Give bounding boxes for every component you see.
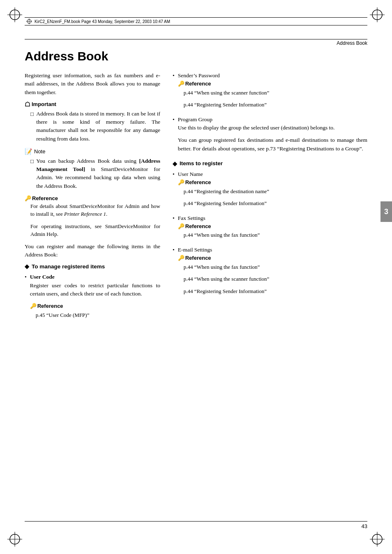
ref1-text1: For details about SmartDeviceMonitor for… [30,202,160,218]
ref6-title: 🔑 Reference [178,254,367,262]
list-item-user-code: • User Code Register user codes to restr… [25,273,160,323]
bullet-dot-pg: • [173,115,175,157]
note-bold-text: [Address Management Tool] [36,158,160,172]
ref3-title: 🔑 Reference [178,80,367,88]
right-top-list: • Sender’s Password 🔑 Reference p.44 “Wh… [173,72,367,157]
diamond-icon-2: ◆ [173,160,177,167]
ref6-text3: p.44 “Registering Sender Information” [184,287,367,295]
program-group-text2: You can group registered fax destination… [178,136,367,153]
footer: 43 [25,521,367,529]
user-code-title: User Code [30,274,55,280]
diamond-icon-1: ◆ [25,263,29,270]
ref2-content: p.45 “User Code (MFP)” [30,311,160,319]
ref2-box: 🔑 Reference p.45 “User Code (MFP)” [30,302,160,319]
program-group-text1: Use this to display the group the select… [178,124,367,132]
key-icon-2: 🔑 [30,302,37,310]
fax-settings-content: Fax Settings 🔑 Reference p.44 “When usin… [178,214,367,243]
section1-heading: ◆ To manage registered items [25,263,160,270]
key-icon-6: 🔑 [178,254,184,262]
ref5-text1: p.44 “When using the fax function” [184,231,367,239]
register-items-list: • User Name 🔑 Reference p.44 “Registerin… [173,170,367,299]
ref5-title: 🔑 Reference [178,222,367,231]
ref4-text2: p.44 “Registering Sender Information” [184,199,367,208]
list-item-user-name: • User Name 🔑 Reference p.44 “Registerin… [173,170,367,212]
two-column-layout: Registering user information, such as fa… [25,72,367,326]
ref6-content: p.44 “When using the fax function” p.44 … [178,263,367,295]
note-item: □ You can backup Address Book data using… [30,157,160,190]
sender-password-label: Sender’s Password [178,72,220,78]
file-info: KirC2_ENzenF_FM.book Page 43 Monday, Sep… [35,19,170,24]
ref5-box: 🔑 Reference p.44 “When using the fax fun… [178,222,367,239]
ref4-box: 🔑 Reference p.44 “Registering the destin… [178,178,367,208]
bullet-dot-un: • [173,170,175,212]
important-content: □ Address Book data is stored in memory.… [25,110,160,143]
user-name-label: User Name [178,171,203,177]
you-can-paragraph: You can register and manage the followin… [25,242,160,259]
reference-box-1: 🔑 Reference For details about SmartDevic… [25,195,160,238]
corner-mark-bl [7,532,22,547]
corner-mark-br [370,532,385,547]
main-content: Address Book Registering user informatio… [25,45,367,521]
manage-items-list: • User Code Register user codes to restr… [25,273,160,323]
bullet-dot-sp: • [173,72,175,113]
ref1-text2: For operating instructions, see SmartDev… [30,222,160,238]
ref2-title: 🔑 Reference [30,302,160,310]
email-settings-label: E-mail Settings [178,247,212,253]
left-column: Registering user information, such as fa… [25,72,160,326]
user-code-content: User Code Register user codes to restric… [30,273,160,323]
important-title: ☖ Important [25,101,160,108]
corner-mark-tl [7,7,22,22]
chapter-tab: 3 [380,201,392,222]
sender-password-content: Sender’s Password 🔑 Reference p.44 “When… [178,72,367,113]
list-item-fax-settings: • Fax Settings 🔑 Reference p.44 “When us… [173,214,367,243]
top-strip: KirC2_ENzenF_FM.book Page 43 Monday, Sep… [25,17,367,25]
page-number: 43 [362,523,367,529]
note-icon: 📝 [25,148,32,155]
corner-mark-tr [370,7,385,22]
ref1-italic: Printer Reference 1 [64,211,106,217]
list-item-program-group: • Program Group Use this to display the … [173,115,367,157]
ref6-text2: p.44 “When using the scanner function” [184,275,367,283]
ref4-title: 🔑 Reference [178,178,367,187]
key-icon-4: 🔑 [178,178,184,187]
ref1-content: For details about SmartDeviceMonitor for… [25,202,160,238]
bullet-dot-1: • [25,273,27,323]
ref2-text: p.45 “User Code (MFP)” [36,311,160,319]
key-icon-5: 🔑 [178,222,184,231]
ref6-box: 🔑 Reference p.44 “When using the fax fun… [178,254,367,295]
ref4-text1: p.44 “Registering the destination name” [184,187,367,196]
note-checkbox-symbol: □ [30,157,34,190]
ref3-box: 🔑 Reference p.44 “When using the scanner… [178,80,367,109]
user-name-content: User Name 🔑 Reference p.44 “Registering … [178,170,367,212]
intro-paragraph: Registering user information, such as fa… [25,72,160,97]
important-box: ☖ Important □ Address Book data is store… [25,101,160,143]
ref3-text1: p.44 “When using the scanner function” [184,89,367,97]
fax-settings-label: Fax Settings [178,215,205,221]
bullet-dot-fs: • [173,214,175,243]
note-box: 📝 Note □ You can backup Address Book dat… [25,148,160,190]
program-group-content: Program Group Use this to display the gr… [178,115,367,157]
list-item-email-settings: • E-mail Settings 🔑 Reference p.44 “When… [173,246,367,299]
important-icon: ☖ [25,101,30,108]
user-code-text: Register user codes to restrict particul… [30,282,160,298]
key-icon-1: 🔑 [25,195,31,201]
note-title: 📝 Note [25,148,160,155]
ref1-title: 🔑 Reference [25,195,160,201]
list-item-sender-password: • Sender’s Password 🔑 Reference p.44 “Wh… [173,72,367,113]
bullet-dot-es: • [173,246,175,299]
checkbox-symbol: □ [30,110,34,143]
right-column: • Sender’s Password 🔑 Reference p.44 “Wh… [173,72,367,326]
note-text: You can backup Address Book data using [… [36,157,160,190]
program-group-label: Program Group [178,116,212,122]
ref3-text2: p.44 “Registering Sender Information” [184,101,367,109]
ref4-content: p.44 “Registering the destination name” … [178,187,367,208]
ref6-text1: p.44 “When using the fax function” [184,263,367,271]
note-content: □ You can backup Address Book data using… [25,157,160,190]
email-settings-content: E-mail Settings 🔑 Reference p.44 “When u… [178,246,367,299]
key-icon-3: 🔑 [178,80,184,88]
ref3-content: p.44 “When using the scanner function” p… [178,89,367,109]
ref5-content: p.44 “When using the fax function” [178,231,367,239]
crosshair-icon [26,18,32,24]
page: KirC2_ENzenF_FM.book Page 43 Monday, Sep… [0,0,392,554]
important-item: □ Address Book data is stored in memory.… [30,110,160,143]
